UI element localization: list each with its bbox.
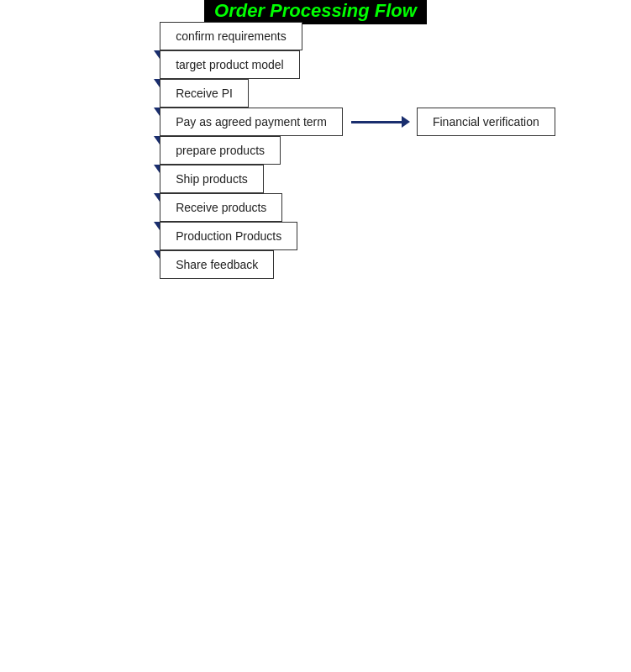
step-production-products: Production Products bbox=[160, 222, 297, 250]
step-ship-products: Ship products bbox=[160, 165, 264, 193]
step-pay-as-agreed: Pay as agreed payment term bbox=[160, 108, 343, 136]
step-confirm-requirements: confirm requirements bbox=[160, 22, 302, 50]
step-prepare-products: prepare products bbox=[160, 136, 281, 165]
step-financial-verification: Financial verification bbox=[417, 108, 555, 136]
step-receive-pi: Receive PI bbox=[160, 79, 249, 108]
step-receive-products: Receive products bbox=[160, 193, 282, 222]
page-title: Order Processing Flow bbox=[204, 0, 427, 24]
page-title-container: Order Processing Flow bbox=[204, 0, 427, 22]
step-target-product-model: target product model bbox=[160, 50, 299, 79]
step-share-feedback: Share feedback bbox=[160, 250, 274, 279]
arrow-right bbox=[351, 116, 410, 128]
pay-row: Pay as agreed payment term Financial ver… bbox=[160, 108, 555, 136]
flow-container: confirm requirements target product mode… bbox=[76, 22, 555, 279]
